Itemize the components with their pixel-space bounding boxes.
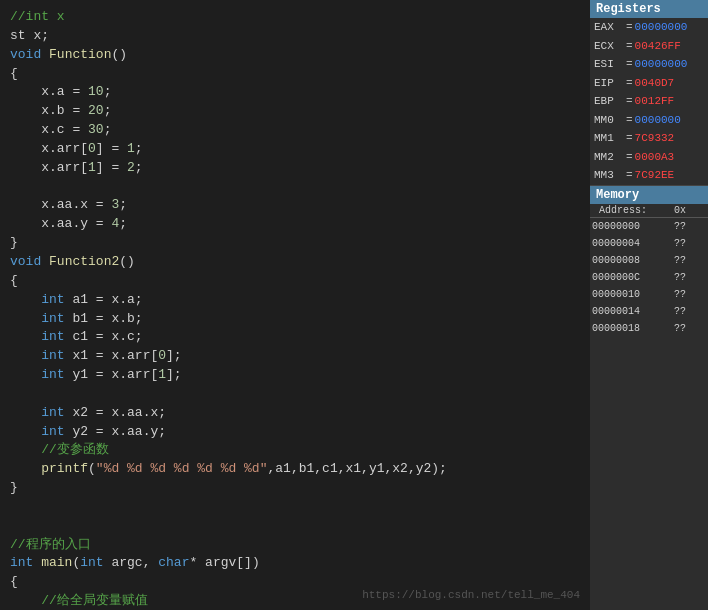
reg-row-eip: EIP = 0040D7 bbox=[590, 74, 708, 93]
mem-addr-5: 00000014 bbox=[592, 304, 654, 319]
code-line-9: x.arr[1] = 2; bbox=[10, 159, 580, 178]
code-line-7: x.c = 30; bbox=[10, 121, 580, 140]
code-line-4: { bbox=[10, 65, 580, 84]
mem-val-6: ?? bbox=[654, 321, 706, 336]
reg-val-esi: 00000000 bbox=[635, 56, 688, 73]
mem-row-4: 00000010 ?? bbox=[590, 286, 708, 303]
code-line-5: x.a = 10; bbox=[10, 83, 580, 102]
code-line-15: { bbox=[10, 272, 580, 291]
code-line-22: int x2 = x.aa.x; bbox=[10, 404, 580, 423]
reg-row-mm0: MM0 = 0000000 bbox=[590, 111, 708, 130]
reg-val-mm1: 7C9332 bbox=[635, 130, 675, 147]
mem-val-5: ?? bbox=[654, 304, 706, 319]
mem-addr-2: 00000008 bbox=[592, 253, 654, 268]
code-line-29: //程序的入口 bbox=[10, 536, 580, 555]
code-line-30: int main(int argc, char* argv[]) bbox=[10, 554, 580, 573]
registers-header: Registers bbox=[590, 0, 708, 18]
code-line-20: int y1 = x.arr[1]; bbox=[10, 366, 580, 385]
code-line-18: int c1 = x.c; bbox=[10, 328, 580, 347]
reg-val-ecx: 00426FF bbox=[635, 38, 681, 55]
reg-row-mm3: MM3 = 7C92EE bbox=[590, 166, 708, 185]
code-line-13: } bbox=[10, 234, 580, 253]
reg-name-ebp: EBP bbox=[594, 93, 624, 110]
url-text: https://blog.csdn.net/tell_me_404 bbox=[362, 588, 580, 604]
code-line-16: int a1 = x.a; bbox=[10, 291, 580, 310]
reg-val-eip: 0040D7 bbox=[635, 75, 675, 92]
code-line-17: int b1 = x.b; bbox=[10, 310, 580, 329]
code-line-14: void Function2() bbox=[10, 253, 580, 272]
mem-val-2: ?? bbox=[654, 253, 706, 268]
reg-row-mm2: MM2 = 0000A3 bbox=[590, 148, 708, 167]
code-line-2: st x; bbox=[10, 27, 580, 46]
reg-val-mm0: 0000000 bbox=[635, 112, 681, 129]
reg-row-ecx: ECX = 00426FF bbox=[590, 37, 708, 56]
reg-row-ebp: EBP = 0012FF bbox=[590, 92, 708, 111]
code-line-28 bbox=[10, 517, 580, 536]
mem-row-1: 00000004 ?? bbox=[590, 235, 708, 252]
mem-addr-0: 00000000 bbox=[592, 219, 654, 234]
reg-name-eip: EIP bbox=[594, 75, 624, 92]
reg-name-esi: ESI bbox=[594, 56, 624, 73]
mem-row-0: 00000000 ?? bbox=[590, 218, 708, 235]
reg-val-ebp: 0012FF bbox=[635, 93, 675, 110]
mem-addr-6: 00000018 bbox=[592, 321, 654, 336]
mem-col-val-header: 0x bbox=[654, 205, 706, 216]
code-line-27 bbox=[10, 498, 580, 517]
code-line-21 bbox=[10, 385, 580, 404]
code-line-11: x.aa.x = 3; bbox=[10, 196, 580, 215]
code-line-25: printf("%d %d %d %d %d %d %d",a1,b1,c1,x… bbox=[10, 460, 580, 479]
mem-addr-4: 00000010 bbox=[592, 287, 654, 302]
memory-col-headers: Address: 0x bbox=[590, 204, 708, 218]
reg-val-eax: 00000000 bbox=[635, 19, 688, 36]
code-line-12: x.aa.y = 4; bbox=[10, 215, 580, 234]
mem-col-addr-header: Address: bbox=[592, 205, 654, 216]
mem-row-3: 0000000C ?? bbox=[590, 269, 708, 286]
mem-val-1: ?? bbox=[654, 236, 706, 251]
code-line-24: //变参函数 bbox=[10, 441, 580, 460]
mem-val-3: ?? bbox=[654, 270, 706, 285]
reg-row-esi: ESI = 00000000 bbox=[590, 55, 708, 74]
reg-name-ecx: ECX bbox=[594, 38, 624, 55]
reg-val-mm2: 0000A3 bbox=[635, 149, 675, 166]
mem-val-4: ?? bbox=[654, 287, 706, 302]
mem-row-2: 00000008 ?? bbox=[590, 252, 708, 269]
mem-addr-3: 0000000C bbox=[592, 270, 654, 285]
mem-addr-1: 00000004 bbox=[592, 236, 654, 251]
code-line-1: //int x bbox=[10, 8, 580, 27]
reg-name-mm0: MM0 bbox=[594, 112, 624, 129]
reg-name-mm1: MM1 bbox=[594, 130, 624, 147]
mem-val-0: ?? bbox=[654, 219, 706, 234]
memory-panel: Memory Address: 0x 00000000 ?? 00000004 … bbox=[590, 186, 708, 611]
code-line-23: int y2 = x.aa.y; bbox=[10, 423, 580, 442]
registers-panel: Registers EAX = 00000000 ECX = 00426FF E… bbox=[590, 0, 708, 186]
reg-name-mm2: MM2 bbox=[594, 149, 624, 166]
reg-val-mm3: 7C92EE bbox=[635, 167, 675, 184]
code-line-10 bbox=[10, 178, 580, 197]
mem-row-5: 00000014 ?? bbox=[590, 303, 708, 320]
code-line-3: void Function() bbox=[10, 46, 580, 65]
mem-row-6: 00000018 ?? bbox=[590, 320, 708, 337]
right-panel: Registers EAX = 00000000 ECX = 00426FF E… bbox=[590, 0, 708, 610]
code-line-6: x.b = 20; bbox=[10, 102, 580, 121]
code-line-19: int x1 = x.arr[0]; bbox=[10, 347, 580, 366]
reg-row-eax: EAX = 00000000 bbox=[590, 18, 708, 37]
reg-name-eax: EAX bbox=[594, 19, 624, 36]
memory-header: Memory bbox=[590, 186, 708, 204]
reg-name-mm3: MM3 bbox=[594, 167, 624, 184]
code-line-8: x.arr[0] = 1; bbox=[10, 140, 580, 159]
code-line-26: } bbox=[10, 479, 580, 498]
reg-row-mm1: MM1 = 7C9332 bbox=[590, 129, 708, 148]
code-editor: //int x st x; void Function() { x.a = 10… bbox=[0, 0, 590, 610]
